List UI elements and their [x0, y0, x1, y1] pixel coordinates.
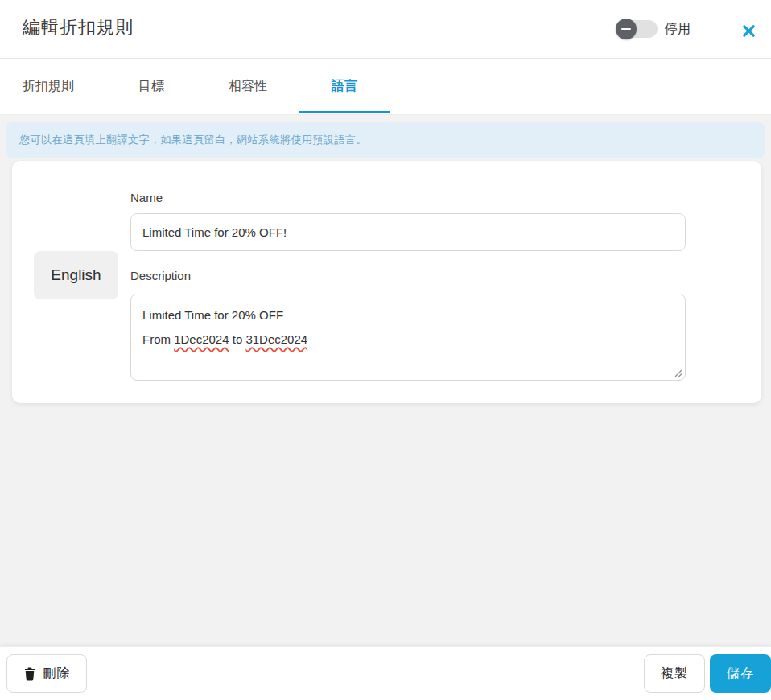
- copy-button-label: 複製: [661, 665, 688, 682]
- description-textarea[interactable]: Limited Time for 20% OFF From 1Dec2024 t…: [130, 294, 686, 381]
- fields-column: Name Description Limited Time for 20% OF…: [130, 161, 761, 403]
- info-banner: 您可以在這頁填上翻譯文字，如果這頁留白，網站系統將使用預設語言。: [6, 122, 765, 158]
- tab-bar: 折扣規則 目標 相容性 語言: [0, 59, 771, 115]
- description-label: Description: [130, 269, 686, 282]
- delete-button-label: 刪除: [43, 665, 71, 682]
- description-text: From: [142, 332, 174, 346]
- trash-icon: [23, 667, 36, 681]
- toggle-track[interactable]: [617, 20, 658, 38]
- disable-toggle[interactable]: 停用: [617, 20, 691, 38]
- dialog-body: 您可以在這頁填上翻譯文字，如果這頁留白，網站系統將使用預設語言。 English…: [0, 115, 771, 646]
- dialog-footer: 刪除 複製 儲存: [0, 646, 771, 700]
- description-text: to: [229, 332, 246, 346]
- save-button[interactable]: 儲存: [710, 654, 771, 693]
- misspelled-word: 31Dec2024: [245, 332, 307, 346]
- translation-card: English Name Description Limited Time fo…: [12, 161, 761, 403]
- info-banner-text: 您可以在這頁填上翻譯文字，如果這頁留白，網站系統將使用預設語言。: [19, 133, 367, 147]
- tab-compatibility[interactable]: 相容性: [196, 59, 299, 114]
- description-line2: From 1Dec2024 to 31Dec2024: [142, 327, 674, 352]
- tab-discount-rule[interactable]: 折扣規則: [0, 59, 106, 114]
- save-button-label: 儲存: [727, 665, 754, 682]
- toggle-knob[interactable]: [616, 19, 637, 39]
- language-chip: English: [34, 251, 118, 299]
- name-label: Name: [130, 191, 686, 204]
- toggle-label: 停用: [665, 21, 691, 38]
- dialog-header: 編輯折扣規則 停用: [0, 0, 771, 59]
- resize-handle-icon[interactable]: [674, 369, 682, 377]
- misspelled-word: 1Dec2024: [174, 332, 229, 346]
- delete-button[interactable]: 刪除: [6, 654, 87, 693]
- minus-icon: [621, 28, 631, 31]
- dialog-title: 編輯折扣規則: [23, 15, 134, 39]
- tab-target[interactable]: 目標: [106, 59, 196, 114]
- tab-language[interactable]: 語言: [299, 59, 390, 114]
- language-column: English: [12, 161, 130, 403]
- copy-button[interactable]: 複製: [644, 654, 705, 693]
- name-input[interactable]: [130, 213, 686, 251]
- close-button[interactable]: [739, 21, 758, 40]
- description-line1: Limited Time for 20% OFF: [142, 303, 674, 327]
- close-icon: [741, 23, 757, 39]
